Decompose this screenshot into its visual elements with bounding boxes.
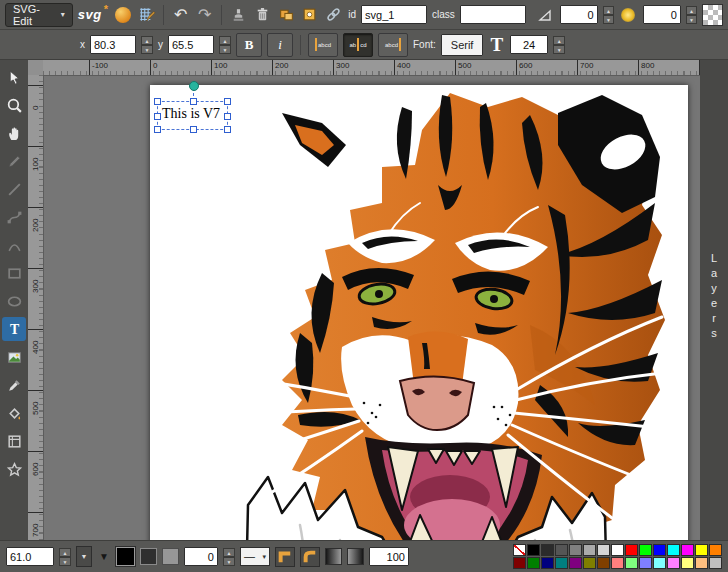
spinner-up-icon[interactable]: ▲ [603,6,614,15]
library-tool[interactable] [2,429,26,453]
spinner-up-icon[interactable]: ▲ [59,548,71,557]
zoom-input[interactable] [6,547,54,566]
palette-swatch[interactable] [513,557,526,569]
text-element[interactable]: This is V7 [162,106,220,122]
clone-button[interactable] [229,5,248,25]
palette-swatch[interactable] [583,544,596,556]
resize-handle-sw[interactable] [154,126,161,133]
resize-handle-se[interactable] [224,126,231,133]
eyedropper-tool[interactable] [2,373,26,397]
spinner-down-icon[interactable]: ▼ [59,557,71,566]
palette-swatch[interactable] [583,557,596,569]
font-size-spinner[interactable]: ▲ ▼ [553,36,565,54]
palette-swatch[interactable] [667,544,680,556]
resize-handle-w[interactable] [154,113,161,120]
stroke-linejoin-button[interactable] [275,547,295,567]
stroke-color-swatch[interactable] [140,548,157,565]
spinner-up-icon[interactable]: ▲ [141,36,153,45]
palette-swatch[interactable] [681,544,694,556]
x-spinner[interactable]: ▲ ▼ [141,36,153,54]
spinner-down-icon[interactable]: ▼ [686,15,697,24]
y-spinner[interactable]: ▲ ▼ [219,36,231,54]
palette-swatch[interactable] [681,557,694,569]
palette-swatch[interactable] [527,557,540,569]
palette-swatch[interactable] [653,544,666,556]
y-input[interactable] [168,35,214,54]
spinner-down-icon[interactable]: ▼ [553,45,565,54]
angle-input[interactable] [560,5,598,24]
palette-swatch[interactable] [639,557,652,569]
palette-swatch[interactable] [667,557,680,569]
font-family-button[interactable]: Serif [441,34,484,56]
palette-swatch[interactable] [597,557,610,569]
text-anchor-middle-button[interactable]: ab cd [343,33,373,57]
delete-button[interactable] [253,5,272,25]
palette-swatch[interactable] [611,544,624,556]
stroke-style-select[interactable]: — ▾ [240,547,270,566]
source-editor-button[interactable] [114,5,133,25]
pan-tool[interactable] [2,121,26,145]
image-tool[interactable] [2,345,26,369]
paint-tool[interactable] [2,401,26,425]
redo-button[interactable]: ↷ [195,5,214,25]
make-link-button[interactable] [324,5,343,25]
stroke-linecap-button[interactable] [300,547,320,567]
alpha-checkerboard-icon[interactable] [702,4,723,26]
zoom-tool[interactable] [2,93,26,117]
resize-handle-nw[interactable] [154,98,161,105]
selection-box[interactable]: This is V7 [157,101,228,130]
spinner-down-icon[interactable]: ▼ [141,45,153,54]
palette-swatch[interactable] [709,544,722,556]
fill-color-swatch[interactable] [116,547,135,566]
palette-swatch[interactable] [639,544,652,556]
palette-none-swatch[interactable] [513,544,526,556]
resize-handle-ne[interactable] [224,98,231,105]
italic-button[interactable]: i [267,33,293,57]
palette-swatch[interactable] [541,557,554,569]
path-tool[interactable] [2,205,26,229]
svg-canvas[interactable]: This is V7 [150,85,688,540]
line-tool[interactable] [2,177,26,201]
palette-swatch[interactable] [611,557,624,569]
rect-tool[interactable] [2,261,26,285]
palette-swatch[interactable] [653,557,666,569]
palette-swatch[interactable] [597,544,610,556]
select-tool[interactable] [2,65,26,89]
workspace[interactable]: This is V7 [43,75,700,540]
palette-swatch[interactable] [625,557,638,569]
spinner-up-icon[interactable]: ▲ [219,36,231,45]
palette-swatch[interactable] [625,544,638,556]
zoom-spinner[interactable]: ▲ ▼ [59,548,71,566]
x-input[interactable] [90,35,136,54]
main-menu-button[interactable]: SVG-Edit ▾ [5,3,73,27]
spinner-down-icon[interactable]: ▼ [223,557,235,566]
undo-button[interactable]: ↶ [171,5,190,25]
resize-handle-e[interactable] [224,113,231,120]
palette-swatch[interactable] [695,544,708,556]
resize-handle-s[interactable] [190,126,197,133]
angle-spinner[interactable]: ▲ ▼ [603,6,614,24]
blur-input[interactable] [643,5,681,24]
spinner-down-icon[interactable]: ▼ [219,45,231,54]
blur-spinner[interactable]: ▲ ▼ [686,6,697,24]
class-input[interactable] [460,5,526,24]
star-tool[interactable] [2,457,26,481]
pencil-tool[interactable] [2,149,26,173]
palette-popup-icon[interactable]: ▼ [99,551,109,562]
layers-panel-tab[interactable]: Layers [700,60,728,540]
convert-to-path-button[interactable] [301,5,320,25]
spinner-up-icon[interactable]: ▲ [553,36,565,45]
text-anchor-end-button[interactable]: abcd [378,33,408,57]
spinner-up-icon[interactable]: ▲ [223,548,235,557]
ellipse-tool[interactable] [2,289,26,313]
palette-swatch[interactable] [709,557,722,569]
stroke-width-spinner[interactable]: ▲ ▼ [223,548,235,566]
font-size-input[interactable] [510,35,548,54]
id-input[interactable] [361,5,427,24]
fill-stroke-toggle[interactable] [162,548,179,565]
text-tool[interactable]: T [2,317,26,341]
palette-swatch[interactable] [541,544,554,556]
palette-swatch[interactable] [695,557,708,569]
spinner-down-icon[interactable]: ▼ [603,15,614,24]
group-button[interactable] [277,5,296,25]
